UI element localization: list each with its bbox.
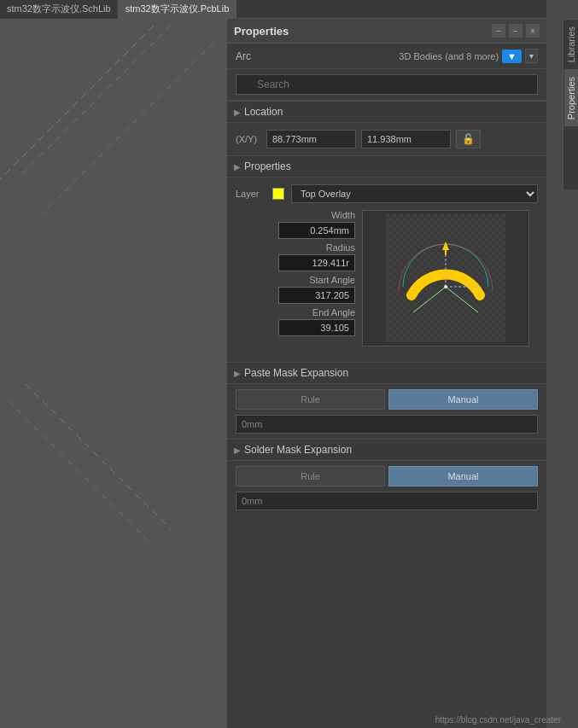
location-section-label: Location [244, 106, 283, 118]
panel-header-controls: − − × [492, 24, 540, 38]
radius-label: Radius [326, 242, 355, 253]
svg-line-3 [26, 384, 171, 529]
start-angle-field-row: Start Angle [244, 275, 355, 304]
object-scope: 3D Bodies (and 8 more) ▼ ▾ [399, 49, 538, 63]
paste-mask-section: Rule Manual [227, 384, 546, 439]
start-angle-input[interactable] [278, 287, 355, 304]
paste-mask-arrow-icon: ▶ [234, 369, 241, 378]
search-wrapper: 🔍 [236, 74, 538, 95]
canvas-svg [0, 0, 226, 728]
arc-diagram-svg [386, 214, 505, 342]
arc-svg-container [362, 210, 529, 347]
y-coord-input[interactable] [361, 130, 451, 149]
svg-line-4 [9, 401, 154, 546]
end-angle-field-row: End Angle [244, 307, 355, 336]
panel-title: Properties [234, 25, 289, 38]
properties-panel: Properties − − × Arc 3D Bodies (and 8 mo… [226, 19, 546, 728]
layer-label: Layer [236, 189, 266, 199]
end-angle-label: End Angle [312, 307, 355, 317]
watermark: https://blog.csdn.net/java_creater [435, 715, 561, 725]
solder-mask-manual-btn[interactable]: Manual [388, 466, 538, 486]
solder-mask-section-header[interactable]: ▶ Solder Mask Expansion [227, 439, 546, 461]
scope-filter-btn[interactable]: ▼ [502, 50, 522, 63]
paste-mask-rule-manual-row: Rule Manual [236, 389, 538, 410]
tab-pcblib[interactable]: stm32数字示波仪.PcbLib [119, 0, 237, 19]
x-coord-input[interactable] [266, 130, 356, 149]
properties-section-header[interactable]: ▶ Properties [227, 155, 546, 178]
solder-mask-arrow-icon: ▶ [234, 446, 241, 455]
object-type-row: Arc 3D Bodies (and 8 more) ▼ ▾ [227, 44, 546, 69]
paste-mask-rule-btn[interactable]: Rule [236, 389, 385, 410]
canvas-area: ▼ + □ ▦ [0, 0, 226, 728]
start-angle-label: Start Angle [309, 275, 355, 285]
vtab-libraries[interactable]: Libraries [564, 19, 578, 69]
vertical-tabs: Libraries Properties [563, 19, 578, 189]
layer-color-box [272, 188, 284, 200]
panel-header: Properties − − × [227, 19, 546, 44]
search-row: 🔍 [227, 69, 546, 101]
paste-mask-section-label: Paste Mask Expansion [244, 367, 348, 379]
lock-btn[interactable]: 🔓 [456, 130, 481, 149]
paste-mask-manual-btn[interactable]: Manual [388, 389, 538, 410]
solder-mask-rule-manual-row: Rule Manual [236, 466, 538, 486]
solder-mask-section-label: Solder Mask Expansion [244, 444, 352, 456]
panel-close-btn[interactable]: × [526, 24, 540, 38]
width-field-row: Width [244, 210, 355, 239]
location-arrow-icon: ▶ [234, 108, 241, 117]
solder-mask-rule-btn[interactable]: Rule [236, 466, 385, 486]
location-row: (X/Y) 🔓 [227, 123, 546, 155]
svg-point-15 [444, 285, 447, 288]
radius-input[interactable] [278, 254, 355, 271]
radius-field-row: Radius [244, 242, 355, 271]
search-input[interactable] [236, 74, 538, 95]
svg-line-0 [0, 26, 154, 179]
paste-mask-input[interactable] [236, 415, 538, 434]
panel-pin-btn[interactable]: − [509, 24, 523, 38]
arc-fields: Width Radius Start Angle End Angle [244, 210, 355, 347]
width-label: Width [331, 210, 355, 220]
properties-inner: Layer Top Overlay Bottom Overlay Top Lay… [227, 178, 546, 362]
object-name: Arc [236, 50, 251, 62]
vtab-properties[interactable]: Properties [564, 69, 578, 126]
properties-section-label: Properties [244, 160, 291, 172]
object-scope-text: 3D Bodies (and 8 more) [399, 51, 499, 61]
end-angle-input[interactable] [278, 319, 355, 336]
xy-label: (X/Y) [236, 134, 261, 144]
solder-mask-section: Rule Manual [227, 461, 546, 515]
tabs-bar: stm32数字示波仪.SchLib stm32数字示波仪.PcbLib [0, 0, 546, 19]
svg-line-1 [17, 26, 171, 179]
paste-mask-section-header[interactable]: ▶ Paste Mask Expansion [227, 362, 546, 384]
solder-mask-input[interactable] [236, 492, 538, 510]
panel-minimize-btn[interactable]: − [492, 24, 505, 38]
scope-dropdown-btn[interactable]: ▾ [525, 49, 538, 63]
layer-select[interactable]: Top Overlay Bottom Overlay Top Layer [291, 184, 538, 203]
location-section-header[interactable]: ▶ Location [227, 101, 546, 123]
width-input[interactable] [278, 222, 355, 239]
arc-diagram-container: Width Radius Start Angle End Angle [236, 210, 538, 355]
properties-arrow-icon: ▶ [234, 162, 241, 172]
tab-schlib[interactable]: stm32数字示波仪.SchLib [0, 0, 119, 19]
layer-row: Layer Top Overlay Bottom Overlay Top Lay… [236, 184, 538, 203]
